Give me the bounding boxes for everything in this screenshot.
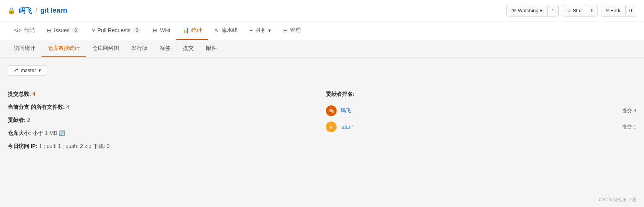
tab-issues[interactable]: ⊟ Issues 0 xyxy=(41,22,86,39)
sub-nav-attachments[interactable]: 附件 xyxy=(200,40,223,57)
content-area: ⎇ master ▾ 提交总数: 4 当前分支 的所有文件数: 4 贡献者: 2… xyxy=(0,58,644,207)
sub-nav-releases[interactable]: 发行版 xyxy=(125,40,154,57)
tab-services[interactable]: ⌁ 服务 ▾ xyxy=(244,21,277,40)
sub-nav-access-stats[interactable]: 访问统计 xyxy=(8,40,41,57)
nav-tabs: </> 代码 ⊟ Issues 0 ⑂ Pull Requests 0 ⊞ Wi… xyxy=(0,21,644,40)
repo-size-value: 小于 1 MB xyxy=(33,130,58,136)
pr-icon: ⑂ xyxy=(92,27,95,33)
files-stat: 当前分支 的所有文件数: 4 xyxy=(8,104,318,111)
watching-group: 👁 Watching ▾ 1 xyxy=(506,5,559,16)
chevron-down-icon: ▾ xyxy=(540,8,543,13)
stats-grid: 提交总数: 4 当前分支 的所有文件数: 4 贡献者: 2 仓库大小: 小于 1… xyxy=(8,91,636,150)
issues-badge: 0 xyxy=(72,27,80,33)
footer-watermark: CSDN @创不了浩 xyxy=(599,197,636,203)
tab-admin-label: 管理 xyxy=(290,27,301,34)
admin-icon: ⊟ xyxy=(283,27,288,33)
star-group: ☆ Star 0 xyxy=(562,5,598,16)
tab-code-label: 代码 xyxy=(24,27,35,34)
today-access-label: 今日访问 IP: xyxy=(8,143,38,149)
watching-count[interactable]: 1 xyxy=(547,5,558,16)
total-commits-stat: 提交总数: 4 xyxy=(8,91,318,98)
contributors-title: 贡献者排名: xyxy=(326,91,636,98)
tab-stats[interactable]: 📊 统计 xyxy=(176,21,208,40)
top-header: 🔒 码飞 / git learn 👁 Watching ▾ 1 ☆ Star 0… xyxy=(0,0,644,21)
tab-pr-label: Pull Requests xyxy=(97,27,130,33)
sub-nav-commits[interactable]: 提交 xyxy=(177,40,200,57)
header-actions: 👁 Watching ▾ 1 ☆ Star 0 ⑂ Fork 0 xyxy=(506,5,636,16)
watching-button[interactable]: 👁 Watching ▾ xyxy=(506,5,548,16)
repo-title: 🔒 码飞 / git learn xyxy=(8,6,67,15)
watching-label: Watching xyxy=(518,8,539,13)
tab-pipeline[interactable]: ∿ 流水线 xyxy=(208,21,244,40)
avatar-alan: a xyxy=(326,122,337,132)
separator: / xyxy=(35,7,37,15)
tab-pipeline-label: 流水线 xyxy=(221,27,237,34)
today-access-value: 1 ; pull: 1 ; push: 2 zip 下载: 0 xyxy=(39,143,110,149)
contributor-row-alan: a 'alan' 提交:1 xyxy=(326,122,636,132)
total-commits-label: 提交总数: xyxy=(8,91,31,97)
fork-label: Fork xyxy=(611,8,621,13)
sub-nav-repo-network[interactable]: 仓库网络图 xyxy=(86,40,125,57)
contributor-info-alan: a 'alan' xyxy=(326,122,353,132)
sub-nav-repo-data-stats[interactable]: 仓库数据统计 xyxy=(41,40,86,57)
sub-nav-tags[interactable]: 标签 xyxy=(154,40,177,57)
repo-link[interactable]: git learn xyxy=(40,7,67,15)
tab-pull-requests[interactable]: ⑂ Pull Requests 0 xyxy=(86,22,147,39)
files-value: 4 xyxy=(66,104,69,110)
repo-size-stat: 仓库大小: 小于 1 MB 🔄 xyxy=(8,130,318,137)
fork-count[interactable]: 0 xyxy=(625,5,636,16)
tab-wiki[interactable]: ⊞ Wiki xyxy=(147,22,176,39)
star-icon: ☆ xyxy=(567,8,571,13)
tab-admin[interactable]: ⊟ 管理 xyxy=(277,21,307,40)
left-stats: 提交总数: 4 当前分支 的所有文件数: 4 贡献者: 2 仓库大小: 小于 1… xyxy=(8,91,318,150)
tab-code[interactable]: </> 代码 xyxy=(8,21,41,40)
stats-icon: 📊 xyxy=(183,27,189,33)
branch-chevron-icon: ▾ xyxy=(38,67,41,73)
contributors-label: 贡献者: xyxy=(8,117,26,123)
fork-group: ⑂ Fork 0 xyxy=(601,5,636,16)
pipeline-icon: ∿ xyxy=(214,27,219,33)
org-link[interactable]: 码飞 xyxy=(18,6,32,15)
issues-icon: ⊟ xyxy=(47,27,51,33)
contributor-commits-alan: 提交:1 xyxy=(622,123,636,130)
contributor-info-mafeii: 码 码飞 xyxy=(326,105,351,116)
tab-services-label: 服务 xyxy=(255,27,266,34)
refresh-icon[interactable]: 🔄 xyxy=(59,130,65,136)
contributors-value: 2 xyxy=(27,117,30,123)
fork-icon: ⑂ xyxy=(606,8,609,13)
wiki-icon: ⊞ xyxy=(153,27,158,33)
total-commits-value[interactable]: 4 xyxy=(33,91,36,97)
branch-icon: ⎇ xyxy=(13,67,18,73)
code-icon: </> xyxy=(14,27,22,33)
tab-wiki-label: Wiki xyxy=(160,27,170,33)
eye-icon: 👁 xyxy=(511,8,516,13)
avatar-mafeii: 码 xyxy=(326,105,337,116)
branch-label: master xyxy=(21,67,36,73)
right-stats: 贡献者排名: 码 码飞 提交:3 a 'alan' 提交:1 xyxy=(326,91,636,150)
star-count[interactable]: 0 xyxy=(587,5,598,16)
contributor-name-mafeii[interactable]: 码飞 xyxy=(340,107,351,114)
sub-nav: 访问统计 仓库数据统计 仓库网络图 发行版 标签 提交 附件 xyxy=(0,40,644,58)
services-chevron-icon: ▾ xyxy=(268,27,271,33)
pr-badge: 0 xyxy=(133,27,141,33)
fork-button[interactable]: ⑂ Fork xyxy=(601,5,625,16)
repo-size-label: 仓库大小: xyxy=(8,130,31,136)
branch-selector[interactable]: ⎇ master ▾ xyxy=(8,65,46,76)
star-label: Star xyxy=(573,8,582,13)
today-access-stat: 今日访问 IP: 1 ; pull: 1 ; push: 2 zip 下载: 0 xyxy=(8,143,318,150)
services-icon: ⌁ xyxy=(250,27,253,33)
contributor-row: 码 码飞 提交:3 xyxy=(326,105,636,116)
lock-icon: 🔒 xyxy=(8,7,15,14)
files-label: 当前分支 的所有文件数: xyxy=(8,104,65,110)
contributors-stat: 贡献者: 2 xyxy=(8,117,318,124)
star-button[interactable]: ☆ Star xyxy=(562,5,587,16)
tab-issues-label: Issues xyxy=(54,27,69,33)
contributor-commits-mafeii: 提交:3 xyxy=(622,107,636,114)
contributor-name-alan[interactable]: 'alan' xyxy=(340,124,353,130)
tab-stats-label: 统计 xyxy=(191,27,202,34)
